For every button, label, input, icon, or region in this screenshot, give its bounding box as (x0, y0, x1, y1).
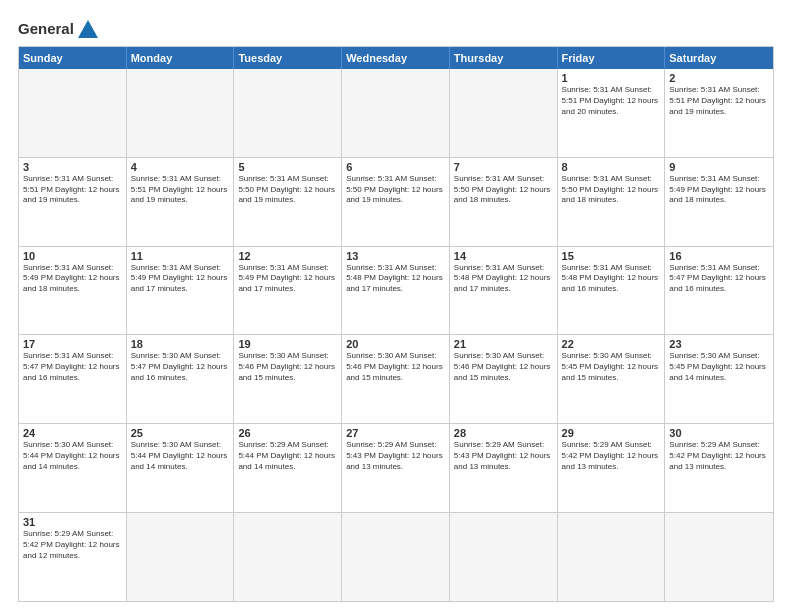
cal-header-cell-saturday: Saturday (665, 47, 773, 69)
day-number-13: 13 (346, 250, 445, 262)
cal-cell-empty (342, 69, 450, 157)
cal-cell-day-10: 10Sunrise: 5:31 AM Sunset: 5:49 PM Dayli… (19, 247, 127, 335)
day-info-15: Sunrise: 5:31 AM Sunset: 5:48 PM Dayligh… (562, 263, 661, 295)
day-info-19: Sunrise: 5:30 AM Sunset: 5:46 PM Dayligh… (238, 351, 337, 383)
day-number-6: 6 (346, 161, 445, 173)
cal-cell-day-25: 25Sunrise: 5:30 AM Sunset: 5:44 PM Dayli… (127, 424, 235, 512)
cal-cell-day-8: 8Sunrise: 5:31 AM Sunset: 5:50 PM Daylig… (558, 158, 666, 246)
day-info-17: Sunrise: 5:31 AM Sunset: 5:47 PM Dayligh… (23, 351, 122, 383)
day-number-3: 3 (23, 161, 122, 173)
cal-cell-empty (127, 513, 235, 601)
day-number-28: 28 (454, 427, 553, 439)
cal-cell-day-28: 28Sunrise: 5:29 AM Sunset: 5:43 PM Dayli… (450, 424, 558, 512)
cal-cell-empty (450, 69, 558, 157)
day-info-25: Sunrise: 5:30 AM Sunset: 5:44 PM Dayligh… (131, 440, 230, 472)
day-number-5: 5 (238, 161, 337, 173)
day-info-4: Sunrise: 5:31 AM Sunset: 5:51 PM Dayligh… (131, 174, 230, 206)
logo: General (18, 18, 99, 40)
day-number-21: 21 (454, 338, 553, 350)
cal-cell-empty (127, 69, 235, 157)
day-number-17: 17 (23, 338, 122, 350)
day-number-26: 26 (238, 427, 337, 439)
day-number-12: 12 (238, 250, 337, 262)
day-info-12: Sunrise: 5:31 AM Sunset: 5:49 PM Dayligh… (238, 263, 337, 295)
day-info-24: Sunrise: 5:30 AM Sunset: 5:44 PM Dayligh… (23, 440, 122, 472)
cal-cell-day-31: 31Sunrise: 5:29 AM Sunset: 5:42 PM Dayli… (19, 513, 127, 601)
day-info-9: Sunrise: 5:31 AM Sunset: 5:49 PM Dayligh… (669, 174, 769, 206)
day-number-11: 11 (131, 250, 230, 262)
cal-header-cell-friday: Friday (558, 47, 666, 69)
logo-triangle-icon (77, 18, 99, 40)
cal-cell-day-6: 6Sunrise: 5:31 AM Sunset: 5:50 PM Daylig… (342, 158, 450, 246)
cal-cell-day-3: 3Sunrise: 5:31 AM Sunset: 5:51 PM Daylig… (19, 158, 127, 246)
cal-cell-day-22: 22Sunrise: 5:30 AM Sunset: 5:45 PM Dayli… (558, 335, 666, 423)
cal-header-cell-tuesday: Tuesday (234, 47, 342, 69)
day-info-20: Sunrise: 5:30 AM Sunset: 5:46 PM Dayligh… (346, 351, 445, 383)
day-info-22: Sunrise: 5:30 AM Sunset: 5:45 PM Dayligh… (562, 351, 661, 383)
cal-cell-day-7: 7Sunrise: 5:31 AM Sunset: 5:50 PM Daylig… (450, 158, 558, 246)
cal-cell-day-21: 21Sunrise: 5:30 AM Sunset: 5:46 PM Dayli… (450, 335, 558, 423)
cal-header-cell-sunday: Sunday (19, 47, 127, 69)
day-number-14: 14 (454, 250, 553, 262)
day-number-18: 18 (131, 338, 230, 350)
day-info-5: Sunrise: 5:31 AM Sunset: 5:50 PM Dayligh… (238, 174, 337, 206)
cal-cell-day-24: 24Sunrise: 5:30 AM Sunset: 5:44 PM Dayli… (19, 424, 127, 512)
cal-cell-day-20: 20Sunrise: 5:30 AM Sunset: 5:46 PM Dayli… (342, 335, 450, 423)
header: General (18, 18, 774, 40)
day-number-25: 25 (131, 427, 230, 439)
day-number-20: 20 (346, 338, 445, 350)
cal-header-cell-thursday: Thursday (450, 47, 558, 69)
day-number-22: 22 (562, 338, 661, 350)
day-info-30: Sunrise: 5:29 AM Sunset: 5:42 PM Dayligh… (669, 440, 769, 472)
day-info-7: Sunrise: 5:31 AM Sunset: 5:50 PM Dayligh… (454, 174, 553, 206)
cal-cell-empty (19, 69, 127, 157)
day-info-3: Sunrise: 5:31 AM Sunset: 5:51 PM Dayligh… (23, 174, 122, 206)
svg-marker-0 (78, 20, 98, 38)
day-info-14: Sunrise: 5:31 AM Sunset: 5:48 PM Dayligh… (454, 263, 553, 295)
cal-cell-empty (234, 69, 342, 157)
cal-cell-day-26: 26Sunrise: 5:29 AM Sunset: 5:44 PM Dayli… (234, 424, 342, 512)
day-number-23: 23 (669, 338, 769, 350)
cal-header-cell-wednesday: Wednesday (342, 47, 450, 69)
cal-week-4: 24Sunrise: 5:30 AM Sunset: 5:44 PM Dayli… (19, 423, 773, 512)
day-number-29: 29 (562, 427, 661, 439)
day-info-27: Sunrise: 5:29 AM Sunset: 5:43 PM Dayligh… (346, 440, 445, 472)
cal-cell-empty (665, 513, 773, 601)
cal-cell-empty (234, 513, 342, 601)
cal-cell-day-12: 12Sunrise: 5:31 AM Sunset: 5:49 PM Dayli… (234, 247, 342, 335)
logo-general: General (18, 20, 74, 37)
day-number-7: 7 (454, 161, 553, 173)
day-info-2: Sunrise: 5:31 AM Sunset: 5:51 PM Dayligh… (669, 85, 769, 117)
cal-header-cell-monday: Monday (127, 47, 235, 69)
day-number-4: 4 (131, 161, 230, 173)
cal-cell-day-27: 27Sunrise: 5:29 AM Sunset: 5:43 PM Dayli… (342, 424, 450, 512)
cal-cell-day-16: 16Sunrise: 5:31 AM Sunset: 5:47 PM Dayli… (665, 247, 773, 335)
day-info-28: Sunrise: 5:29 AM Sunset: 5:43 PM Dayligh… (454, 440, 553, 472)
calendar-header-row: SundayMondayTuesdayWednesdayThursdayFrid… (19, 47, 773, 69)
day-number-30: 30 (669, 427, 769, 439)
cal-cell-day-17: 17Sunrise: 5:31 AM Sunset: 5:47 PM Dayli… (19, 335, 127, 423)
cal-cell-day-1: 1Sunrise: 5:31 AM Sunset: 5:51 PM Daylig… (558, 69, 666, 157)
day-number-16: 16 (669, 250, 769, 262)
day-info-8: Sunrise: 5:31 AM Sunset: 5:50 PM Dayligh… (562, 174, 661, 206)
page: General SundayMondayTuesdayWednesdayThur… (0, 0, 792, 612)
cal-cell-day-30: 30Sunrise: 5:29 AM Sunset: 5:42 PM Dayli… (665, 424, 773, 512)
day-number-19: 19 (238, 338, 337, 350)
day-number-31: 31 (23, 516, 122, 528)
day-number-10: 10 (23, 250, 122, 262)
day-info-16: Sunrise: 5:31 AM Sunset: 5:47 PM Dayligh… (669, 263, 769, 295)
cal-week-1: 3Sunrise: 5:31 AM Sunset: 5:51 PM Daylig… (19, 157, 773, 246)
day-number-15: 15 (562, 250, 661, 262)
cal-cell-day-19: 19Sunrise: 5:30 AM Sunset: 5:46 PM Dayli… (234, 335, 342, 423)
day-info-31: Sunrise: 5:29 AM Sunset: 5:42 PM Dayligh… (23, 529, 122, 561)
cal-week-3: 17Sunrise: 5:31 AM Sunset: 5:47 PM Dayli… (19, 334, 773, 423)
calendar: SundayMondayTuesdayWednesdayThursdayFrid… (18, 46, 774, 602)
cal-week-2: 10Sunrise: 5:31 AM Sunset: 5:49 PM Dayli… (19, 246, 773, 335)
day-info-10: Sunrise: 5:31 AM Sunset: 5:49 PM Dayligh… (23, 263, 122, 295)
day-info-1: Sunrise: 5:31 AM Sunset: 5:51 PM Dayligh… (562, 85, 661, 117)
calendar-body: 1Sunrise: 5:31 AM Sunset: 5:51 PM Daylig… (19, 69, 773, 601)
cal-cell-day-15: 15Sunrise: 5:31 AM Sunset: 5:48 PM Dayli… (558, 247, 666, 335)
cal-cell-empty (558, 513, 666, 601)
day-number-27: 27 (346, 427, 445, 439)
cal-cell-day-5: 5Sunrise: 5:31 AM Sunset: 5:50 PM Daylig… (234, 158, 342, 246)
